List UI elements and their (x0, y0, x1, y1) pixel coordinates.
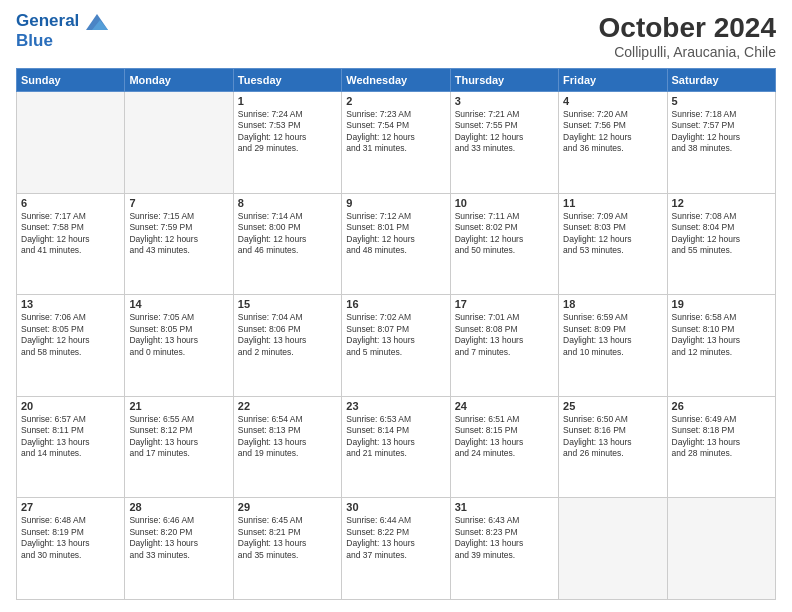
table-row: 2Sunrise: 7:23 AM Sunset: 7:54 PM Daylig… (342, 92, 450, 194)
col-tuesday: Tuesday (233, 69, 341, 92)
table-row: 5Sunrise: 7:18 AM Sunset: 7:57 PM Daylig… (667, 92, 775, 194)
table-row: 15Sunrise: 7:04 AM Sunset: 8:06 PM Dayli… (233, 295, 341, 397)
day-number: 28 (129, 501, 228, 513)
day-number: 17 (455, 298, 554, 310)
table-row: 21Sunrise: 6:55 AM Sunset: 8:12 PM Dayli… (125, 396, 233, 498)
table-row: 7Sunrise: 7:15 AM Sunset: 7:59 PM Daylig… (125, 193, 233, 295)
calendar-week-row: 20Sunrise: 6:57 AM Sunset: 8:11 PM Dayli… (17, 396, 776, 498)
col-monday: Monday (125, 69, 233, 92)
table-row: 11Sunrise: 7:09 AM Sunset: 8:03 PM Dayli… (559, 193, 667, 295)
cell-info: Sunrise: 7:12 AM Sunset: 8:01 PM Dayligh… (346, 211, 445, 257)
day-number: 23 (346, 400, 445, 412)
cell-info: Sunrise: 7:18 AM Sunset: 7:57 PM Dayligh… (672, 109, 771, 155)
calendar-table: Sunday Monday Tuesday Wednesday Thursday… (16, 68, 776, 600)
logo-text: General Blue (16, 12, 108, 51)
table-row: 19Sunrise: 6:58 AM Sunset: 8:10 PM Dayli… (667, 295, 775, 397)
calendar-week-row: 13Sunrise: 7:06 AM Sunset: 8:05 PM Dayli… (17, 295, 776, 397)
day-number: 19 (672, 298, 771, 310)
day-number: 14 (129, 298, 228, 310)
day-number: 11 (563, 197, 662, 209)
table-row: 14Sunrise: 7:05 AM Sunset: 8:05 PM Dayli… (125, 295, 233, 397)
title-block: October 2024 Collipulli, Araucania, Chil… (599, 12, 776, 60)
logo-icon (86, 12, 108, 32)
day-number: 21 (129, 400, 228, 412)
calendar-header-row: Sunday Monday Tuesday Wednesday Thursday… (17, 69, 776, 92)
day-number: 18 (563, 298, 662, 310)
table-row: 27Sunrise: 6:48 AM Sunset: 8:19 PM Dayli… (17, 498, 125, 600)
col-thursday: Thursday (450, 69, 558, 92)
day-number: 13 (21, 298, 120, 310)
table-row: 10Sunrise: 7:11 AM Sunset: 8:02 PM Dayli… (450, 193, 558, 295)
day-number: 20 (21, 400, 120, 412)
table-row: 17Sunrise: 7:01 AM Sunset: 8:08 PM Dayli… (450, 295, 558, 397)
table-row (667, 498, 775, 600)
day-number: 7 (129, 197, 228, 209)
cell-info: Sunrise: 6:51 AM Sunset: 8:15 PM Dayligh… (455, 414, 554, 460)
calendar-week-row: 6Sunrise: 7:17 AM Sunset: 7:58 PM Daylig… (17, 193, 776, 295)
table-row (559, 498, 667, 600)
cell-info: Sunrise: 7:21 AM Sunset: 7:55 PM Dayligh… (455, 109, 554, 155)
cell-info: Sunrise: 6:53 AM Sunset: 8:14 PM Dayligh… (346, 414, 445, 460)
cell-info: Sunrise: 6:54 AM Sunset: 8:13 PM Dayligh… (238, 414, 337, 460)
cell-info: Sunrise: 7:20 AM Sunset: 7:56 PM Dayligh… (563, 109, 662, 155)
cell-info: Sunrise: 7:24 AM Sunset: 7:53 PM Dayligh… (238, 109, 337, 155)
cell-info: Sunrise: 7:17 AM Sunset: 7:58 PM Dayligh… (21, 211, 120, 257)
cell-info: Sunrise: 7:11 AM Sunset: 8:02 PM Dayligh… (455, 211, 554, 257)
cell-info: Sunrise: 6:55 AM Sunset: 8:12 PM Dayligh… (129, 414, 228, 460)
table-row: 1Sunrise: 7:24 AM Sunset: 7:53 PM Daylig… (233, 92, 341, 194)
cell-info: Sunrise: 7:08 AM Sunset: 8:04 PM Dayligh… (672, 211, 771, 257)
cell-info: Sunrise: 7:09 AM Sunset: 8:03 PM Dayligh… (563, 211, 662, 257)
table-row (125, 92, 233, 194)
calendar-title: October 2024 (599, 12, 776, 44)
cell-info: Sunrise: 7:23 AM Sunset: 7:54 PM Dayligh… (346, 109, 445, 155)
day-number: 2 (346, 95, 445, 107)
day-number: 4 (563, 95, 662, 107)
cell-info: Sunrise: 6:48 AM Sunset: 8:19 PM Dayligh… (21, 515, 120, 561)
day-number: 26 (672, 400, 771, 412)
cell-info: Sunrise: 7:02 AM Sunset: 8:07 PM Dayligh… (346, 312, 445, 358)
day-number: 9 (346, 197, 445, 209)
cell-info: Sunrise: 7:15 AM Sunset: 7:59 PM Dayligh… (129, 211, 228, 257)
table-row: 25Sunrise: 6:50 AM Sunset: 8:16 PM Dayli… (559, 396, 667, 498)
table-row: 8Sunrise: 7:14 AM Sunset: 8:00 PM Daylig… (233, 193, 341, 295)
day-number: 10 (455, 197, 554, 209)
table-row: 28Sunrise: 6:46 AM Sunset: 8:20 PM Dayli… (125, 498, 233, 600)
logo-general: General (16, 11, 79, 30)
cell-info: Sunrise: 7:05 AM Sunset: 8:05 PM Dayligh… (129, 312, 228, 358)
calendar-subtitle: Collipulli, Araucania, Chile (599, 44, 776, 60)
day-number: 27 (21, 501, 120, 513)
table-row: 26Sunrise: 6:49 AM Sunset: 8:18 PM Dayli… (667, 396, 775, 498)
day-number: 8 (238, 197, 337, 209)
table-row: 6Sunrise: 7:17 AM Sunset: 7:58 PM Daylig… (17, 193, 125, 295)
cell-info: Sunrise: 6:46 AM Sunset: 8:20 PM Dayligh… (129, 515, 228, 561)
table-row: 31Sunrise: 6:43 AM Sunset: 8:23 PM Dayli… (450, 498, 558, 600)
day-number: 30 (346, 501, 445, 513)
cell-info: Sunrise: 7:14 AM Sunset: 8:00 PM Dayligh… (238, 211, 337, 257)
table-row: 18Sunrise: 6:59 AM Sunset: 8:09 PM Dayli… (559, 295, 667, 397)
day-number: 1 (238, 95, 337, 107)
table-row: 20Sunrise: 6:57 AM Sunset: 8:11 PM Dayli… (17, 396, 125, 498)
day-number: 12 (672, 197, 771, 209)
cell-info: Sunrise: 6:50 AM Sunset: 8:16 PM Dayligh… (563, 414, 662, 460)
day-number: 29 (238, 501, 337, 513)
table-row: 12Sunrise: 7:08 AM Sunset: 8:04 PM Dayli… (667, 193, 775, 295)
day-number: 16 (346, 298, 445, 310)
cell-info: Sunrise: 6:59 AM Sunset: 8:09 PM Dayligh… (563, 312, 662, 358)
table-row (17, 92, 125, 194)
calendar-week-row: 1Sunrise: 7:24 AM Sunset: 7:53 PM Daylig… (17, 92, 776, 194)
col-wednesday: Wednesday (342, 69, 450, 92)
cell-info: Sunrise: 6:45 AM Sunset: 8:21 PM Dayligh… (238, 515, 337, 561)
table-row: 30Sunrise: 6:44 AM Sunset: 8:22 PM Dayli… (342, 498, 450, 600)
cell-info: Sunrise: 7:06 AM Sunset: 8:05 PM Dayligh… (21, 312, 120, 358)
day-number: 15 (238, 298, 337, 310)
table-row: 4Sunrise: 7:20 AM Sunset: 7:56 PM Daylig… (559, 92, 667, 194)
cell-info: Sunrise: 7:01 AM Sunset: 8:08 PM Dayligh… (455, 312, 554, 358)
cell-info: Sunrise: 6:57 AM Sunset: 8:11 PM Dayligh… (21, 414, 120, 460)
cell-info: Sunrise: 7:04 AM Sunset: 8:06 PM Dayligh… (238, 312, 337, 358)
logo: General Blue (16, 12, 108, 51)
table-row: 9Sunrise: 7:12 AM Sunset: 8:01 PM Daylig… (342, 193, 450, 295)
table-row: 22Sunrise: 6:54 AM Sunset: 8:13 PM Dayli… (233, 396, 341, 498)
table-row: 16Sunrise: 7:02 AM Sunset: 8:07 PM Dayli… (342, 295, 450, 397)
calendar-week-row: 27Sunrise: 6:48 AM Sunset: 8:19 PM Dayli… (17, 498, 776, 600)
day-number: 24 (455, 400, 554, 412)
